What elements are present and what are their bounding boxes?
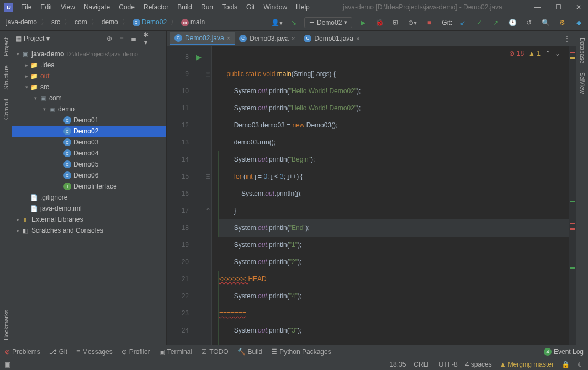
expand-all-button[interactable]: ≡ [116, 35, 126, 42]
search-button[interactable]: 🔍 [539, 17, 552, 29]
toolwin-database[interactable]: Database [578, 33, 587, 68]
menu-run[interactable]: Run [198, 2, 216, 13]
caret-position[interactable]: 18:35 [389, 361, 406, 368]
tab-demo01-java[interactable]: CDemo01.java× [299, 33, 364, 45]
git-history-button[interactable]: 🕑 [506, 17, 518, 29]
error-count[interactable]: ⊘ 18 [509, 50, 524, 57]
tree-demo[interactable]: ▾▣demo [12, 104, 166, 115]
breadcrumb-project[interactable]: java-demo [3, 17, 40, 27]
menu-tools[interactable]: Tools [219, 2, 241, 13]
close-tab-icon[interactable]: × [356, 35, 359, 42]
project-tree[interactable]: ▾▣java-demoD:\IdeaProjects\java-demo ▸📁.… [12, 46, 166, 345]
tab-demo02-java[interactable]: CDemo02.java× [170, 32, 235, 45]
bottom-build[interactable]: 🔨 Build [237, 348, 263, 356]
toolwin-project[interactable]: Project [2, 33, 10, 61]
menu-navigate[interactable]: Navigate [81, 2, 113, 13]
debug-button[interactable]: 🐞 [373, 17, 385, 29]
git-revert-button[interactable]: ↺ [523, 17, 535, 29]
toolwin-commit[interactable]: Commit [2, 94, 10, 124]
breadcrumb-demo[interactable]: demo [99, 17, 121, 27]
settings-button[interactable]: ✱ ▾ [141, 31, 151, 46]
select-open-file-button[interactable]: ⊕ [104, 35, 114, 42]
menu-code[interactable]: Code [115, 2, 138, 13]
scroll-markers[interactable] [569, 46, 576, 345]
run-gutter[interactable]: ▶ [193, 46, 204, 345]
toolwin-structure[interactable]: Structure [2, 61, 10, 94]
git-commit-button[interactable]: ✓ [473, 17, 485, 29]
code-area[interactable]: ⊘ 18 ▲ 1 ⌃ ⌄ 891011121314151617181920212… [167, 46, 576, 345]
breadcrumb[interactable]: java-demo〉 src〉 com〉 demo〉 CDemo02〉 mmai… [3, 17, 208, 28]
memory-icon[interactable]: ☾ [578, 361, 584, 368]
menu-view[interactable]: View [57, 2, 78, 13]
close-tab-icon[interactable]: × [227, 35, 230, 41]
git-pull-button[interactable]: ↙ [457, 17, 469, 29]
tab-demo03-java[interactable]: CDemo03.java× [235, 33, 299, 45]
tabs-more-button[interactable]: ⋮ [558, 35, 576, 42]
bottom-todo[interactable]: ☑ TODO [201, 348, 228, 356]
line-number-gutter[interactable]: 8910111213141516171819202122232425 [167, 46, 193, 345]
bottom-python[interactable]: ☰ Python Packages [271, 348, 331, 356]
encoding[interactable]: UTF-8 [439, 361, 458, 368]
git-push-button[interactable]: ↗ [490, 17, 502, 29]
tree-class-demo02[interactable]: CDemo02 [12, 126, 166, 137]
tree-class-demo03[interactable]: CDemo03 [12, 137, 166, 148]
menu-window[interactable]: Window [260, 2, 290, 13]
hide-panel-button[interactable]: — [153, 35, 163, 42]
inspection-down-icon[interactable]: ⌄ [555, 50, 560, 57]
run-config-selector[interactable]: ☰ Demo02 ▾ [304, 17, 352, 28]
coverage-button[interactable]: ⛨ [390, 17, 402, 29]
bottom-messages[interactable]: ≡ Messages [76, 348, 113, 356]
tree-iml[interactable]: 📄java-demo.iml [12, 203, 166, 214]
project-view-selector[interactable]: ▦ Project ▾ [15, 35, 50, 42]
add-config-button[interactable]: 👤▾ [271, 17, 283, 29]
breadcrumb-class[interactable]: CDemo02 [130, 17, 169, 28]
tree-class-demo04[interactable]: CDemo04 [12, 148, 166, 159]
warning-count[interactable]: ▲ 1 [528, 50, 541, 57]
close-button[interactable]: ✕ [574, 3, 584, 11]
menu-edit[interactable]: Edit [37, 2, 55, 13]
assist-button[interactable]: ◆ [573, 17, 585, 29]
tree-interface[interactable]: IDemoInterface [12, 181, 166, 192]
event-log-button[interactable]: 4Event Log [544, 348, 584, 356]
bottom-git[interactable]: ⎇ Git [49, 348, 67, 356]
menu-refactor[interactable]: Refactor [140, 2, 172, 13]
tree-idea[interactable]: ▸📁.idea [12, 60, 166, 71]
bottom-problems[interactable]: ⊘Problems [4, 348, 40, 356]
menu-git[interactable]: Git [243, 2, 258, 13]
tree-class-demo05[interactable]: CDemo05 [12, 159, 166, 170]
ide-settings-button[interactable]: ⚙ [556, 17, 568, 29]
git-branch-status[interactable]: ▲ Merging master [500, 361, 554, 368]
tree-com[interactable]: ▾▣com [12, 93, 166, 104]
code-text[interactable]: public static void main(String[] args) {… [212, 46, 569, 345]
tree-src[interactable]: ▾📁src [12, 82, 166, 93]
maximize-button[interactable]: ☐ [553, 3, 564, 11]
tree-gitignore[interactable]: 📄.gitignore [12, 192, 166, 203]
tree-class-demo01[interactable]: CDemo01 [12, 115, 166, 126]
menu-file[interactable]: File [18, 2, 35, 13]
quick-actions-icon[interactable]: ▣ [4, 361, 10, 368]
minimize-button[interactable]: — [532, 3, 543, 11]
bottom-profiler[interactable]: ⊙ Profiler [121, 348, 150, 356]
indent[interactable]: 4 spaces [465, 361, 492, 368]
breadcrumb-src[interactable]: src [49, 17, 63, 27]
editor-inspection-status[interactable]: ⊘ 18 ▲ 1 ⌃ ⌄ [509, 50, 560, 57]
menu-build[interactable]: Build [174, 2, 195, 13]
toolwin-bookmarks[interactable]: Bookmarks [2, 305, 10, 345]
breadcrumb-method[interactable]: mmain [178, 17, 208, 28]
build-button[interactable]: ↘ [288, 17, 300, 29]
run-button[interactable]: ▶ [357, 17, 369, 29]
tree-extlib[interactable]: ▸⫼External Libraries [12, 214, 166, 225]
stop-button[interactable]: ■ [423, 17, 435, 29]
profile-button[interactable]: ⊙▾ [406, 17, 419, 29]
line-separator[interactable]: CRLF [414, 361, 431, 368]
tree-root[interactable]: ▾▣java-demoD:\IdeaProjects\java-demo [12, 49, 166, 60]
toolwin-sciview[interactable]: SciView [578, 68, 587, 98]
tree-class-demo06[interactable]: CDemo06 [12, 170, 166, 181]
close-tab-icon[interactable]: × [292, 35, 295, 42]
breadcrumb-com[interactable]: com [72, 17, 90, 27]
collapse-all-button[interactable]: ≣ [129, 35, 139, 42]
bottom-terminal[interactable]: ▣ Terminal [159, 348, 192, 356]
fold-gutter[interactable]: ⊟⊟⌃ [204, 46, 212, 345]
lock-icon[interactable]: 🔒 [561, 361, 570, 368]
tree-scratches[interactable]: ▸◧Scratches and Consoles [12, 225, 166, 236]
